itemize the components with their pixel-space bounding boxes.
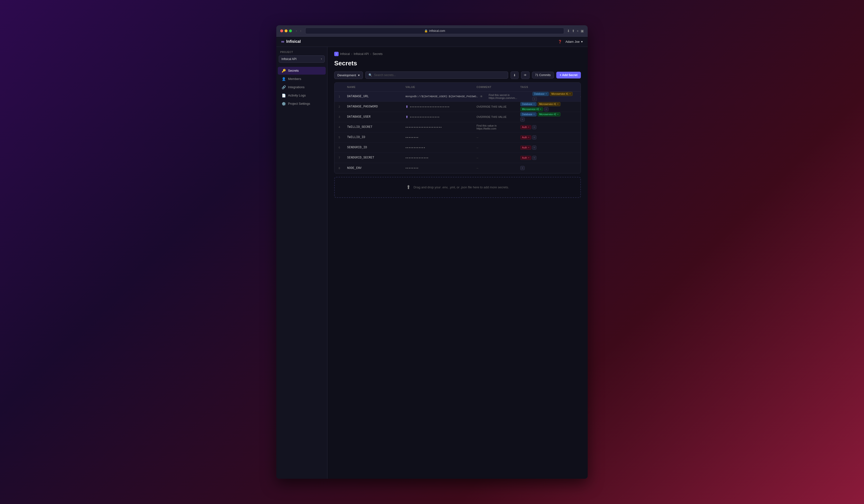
user-chevron-icon: ▾: [581, 40, 583, 44]
url-text: infisical.com: [429, 29, 445, 33]
drop-zone[interactable]: ⬆ Drag and drop your .env, .yml, or .jso…: [334, 177, 581, 198]
tag-add-button[interactable]: +: [532, 135, 537, 139]
close-traffic-light[interactable]: [280, 29, 283, 32]
search-input[interactable]: [374, 73, 505, 77]
tag-add-button[interactable]: +: [520, 118, 525, 122]
project-settings-icon: ⚙️: [282, 102, 286, 106]
row-name: DATABASE_USER: [344, 115, 403, 119]
row-num: 2: [335, 105, 344, 108]
sidebar-item-activity-logs[interactable]: 📄 Activity Logs: [278, 91, 326, 99]
table-header: NAME VALUE COMMENT TAGS: [335, 83, 580, 91]
table-row[interactable]: 3 DATABASE_USER ⬆ ●●●●●●●●●●●●●●●●●● OVE…: [335, 112, 580, 122]
row-num: 4: [335, 126, 344, 128]
tag-database[interactable]: Database ✕: [532, 92, 549, 96]
sidebar-item-members[interactable]: 👤 Members: [278, 75, 326, 83]
environment-selector[interactable]: Development ▾: [334, 72, 363, 79]
secrets-icon: 🔑: [282, 69, 286, 73]
row-num: 6: [335, 146, 344, 149]
download-button[interactable]: ⬇: [511, 72, 519, 79]
minimize-traffic-light[interactable]: [285, 29, 288, 32]
masked-value: ●●●●●●●●●●●●●●●●●●●●●●●●: [410, 106, 450, 108]
table-row[interactable]: 1 DATABASE_URL mongodb://${DATABASE_USER…: [335, 91, 580, 102]
main-area: PROJECT Infisical API ▾ 🔑 Secrets 👤 Memb…: [276, 47, 588, 479]
row-name: SENDGRID_ID: [344, 146, 403, 149]
tag-auth[interactable]: Auth ✕: [520, 125, 531, 129]
user-menu-button[interactable]: Adam Joe ▾: [565, 40, 583, 44]
commits-button[interactable]: 71 Commits: [532, 72, 554, 78]
table-row[interactable]: 8 NODE_ENV ●●●●●●●● – +: [335, 163, 580, 173]
browser-actions: ⬇ ⬆ + ▣: [567, 29, 584, 33]
table-row[interactable]: 5 TWILLIO_ID ●●●●●●●● – Auth ✕ +: [335, 133, 580, 143]
row-tags: +: [517, 166, 566, 170]
breadcrumb-secrets[interactable]: Secrets: [373, 52, 383, 56]
sidebar-item-secrets[interactable]: 🔑 Secrets: [278, 67, 326, 75]
row-value: mongodb://${DATABASE_USER}:${DATABASE_PA…: [403, 95, 486, 98]
col-num: [335, 85, 344, 89]
row-comment: Find this secret in https://mongo.com/vm…: [486, 94, 529, 99]
row-tags: Auth ✕ +: [517, 146, 566, 150]
table-row[interactable]: 2 DATABASE_PASSWORD ⬆ ●●●●●●●●●●●●●●●●●●…: [335, 102, 580, 112]
tag-microservice2[interactable]: Microservice #2 ✕: [520, 107, 543, 111]
row-tags: Database ✕ Microservice #1 ✕ +: [529, 92, 578, 101]
table-row[interactable]: 6 SENDGRID_ID ●●●●●●●●●●●● – Auth ✕ +: [335, 143, 580, 153]
sidebar-item-integrations[interactable]: 🔗 Integrations: [278, 83, 326, 91]
tag-auth[interactable]: Auth ✕: [520, 135, 531, 139]
row-comment: OVERRIDE THIS VALUE: [473, 105, 517, 108]
tag-add-button[interactable]: +: [532, 125, 537, 129]
new-tab-icon[interactable]: +: [577, 29, 579, 33]
row-num: 8: [335, 167, 344, 170]
back-button[interactable]: ‹: [295, 28, 298, 33]
tag-microservice1[interactable]: Microservice #1 ✕: [550, 92, 573, 96]
tag-auth[interactable]: Auth ✕: [520, 156, 531, 160]
user-name: Adam Joe: [565, 40, 580, 44]
breadcrumb-infisical[interactable]: Infisical: [340, 52, 350, 56]
tag-auth[interactable]: Auth ✕: [520, 146, 531, 150]
row-comment: –: [473, 136, 517, 139]
tag-add-button[interactable]: +: [532, 156, 537, 160]
tag-microservice1[interactable]: Microservice #1 ✕: [538, 102, 561, 106]
table-row[interactable]: 4 TWILLIO_SECRET ●●●●●●●●●●●●●●●●●●●●●● …: [335, 122, 580, 133]
masked-value: ●●●●●●●●●●●●●●●●●●●●●●: [406, 126, 442, 128]
environment-chevron-icon: ▾: [358, 73, 360, 77]
add-secret-button[interactable]: + Add Secret: [556, 72, 581, 78]
row-more-button[interactable]: ···: [580, 95, 581, 98]
git-icon: ⬆: [406, 115, 408, 119]
breadcrumb-api[interactable]: Infisical API: [354, 52, 369, 56]
tag-add-button[interactable]: +: [532, 146, 537, 150]
row-eye-icon[interactable]: 👁: [480, 95, 483, 98]
project-section-label: PROJECT: [276, 51, 327, 56]
sidebar-integrations-label: Integrations: [288, 85, 304, 89]
row-value: ●●●●●●●●●●●●: [403, 147, 473, 149]
row-value: ●●●●●●●●●●●●●●: [403, 157, 473, 159]
sidebar-icon[interactable]: ▣: [580, 29, 584, 33]
breadcrumb-project-icon: I: [334, 52, 339, 56]
secrets-toolbar: Development ▾ 🔍 ⬇ 👁 71 Commits + Add Sec…: [334, 72, 581, 79]
project-selector[interactable]: Infisical API ▾: [279, 56, 325, 63]
browser-window: ‹ › 🔒 infisical.com ⬇ ⬆ + ▣ ∞ Infisical …: [276, 25, 588, 479]
tag-add-button[interactable]: +: [544, 107, 549, 111]
row-comment: –: [473, 166, 517, 170]
sidebar-item-project-settings[interactable]: ⚙️ Project Settings: [278, 100, 326, 108]
table-row[interactable]: 7 SENDGRID_SECRET ●●●●●●●●●●●●●● – Auth …: [335, 153, 580, 163]
download-icon[interactable]: ⬇: [567, 29, 570, 33]
row-num: 1: [335, 95, 344, 98]
git-icon: ⬆: [406, 105, 408, 109]
app-topbar: ∞ Infisical ❓ Adam Joe ▾: [276, 37, 588, 47]
tag-add-button[interactable]: +: [520, 166, 525, 170]
forward-button[interactable]: ›: [299, 28, 302, 33]
help-icon[interactable]: ❓: [558, 40, 562, 44]
maximize-traffic-light[interactable]: [289, 29, 292, 32]
visibility-button[interactable]: 👁: [521, 72, 529, 79]
row-tags: Auth ✕ +: [517, 156, 566, 160]
tag-microservice2[interactable]: Microservice #2 ✕: [538, 112, 561, 116]
address-bar[interactable]: 🔒 infisical.com: [305, 28, 564, 34]
share-icon[interactable]: ⬆: [572, 29, 575, 33]
tag-add-button[interactable]: +: [532, 97, 537, 101]
tag-database[interactable]: Database ✕: [520, 102, 537, 106]
drop-zone-text: Drag and drop your .env, .yml, or .json …: [413, 185, 509, 189]
col-actions: [566, 85, 580, 89]
page-title: Secrets: [334, 60, 581, 67]
tag-database[interactable]: Database ✕: [520, 112, 537, 116]
row-name: TWILLIO_SECRET: [344, 125, 403, 129]
row-actions: ··· ✕: [578, 95, 581, 98]
